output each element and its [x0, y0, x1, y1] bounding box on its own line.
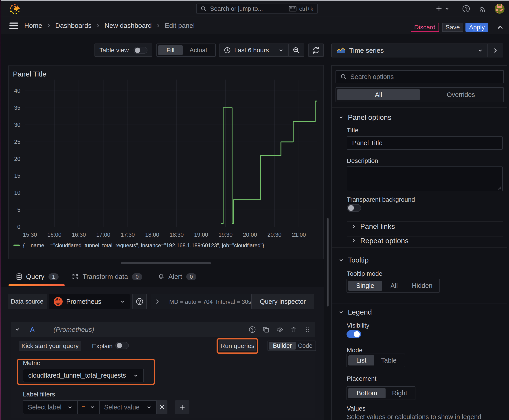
code-option[interactable]: Code [296, 342, 315, 350]
breadcrumb-item-dashboards[interactable]: Dashboards [55, 22, 91, 29]
builder-option[interactable]: Builder [269, 342, 296, 350]
legend-placement-right[interactable]: Right [386, 388, 414, 398]
select-label-dropdown[interactable]: Select label [23, 400, 78, 414]
panel-links-header[interactable]: Panel links [351, 220, 395, 233]
section-divider [332, 248, 507, 248]
breadcrumb: Home Dashboards New dashboard Edit panel [24, 17, 195, 34]
save-button[interactable]: Save [442, 23, 463, 32]
active-tab-underline [8, 284, 65, 286]
legend-mode-label: Mode [347, 347, 363, 354]
database-icon [16, 273, 22, 280]
metric-label: Metric [23, 360, 40, 367]
filter-all-option[interactable]: All [337, 89, 420, 100]
search-icon [201, 6, 206, 12]
discard-button[interactable]: Discard [411, 23, 439, 32]
duplicate-query-icon[interactable] [263, 326, 269, 333]
query-ref-id[interactable]: A [30, 326, 35, 333]
run-queries-button[interactable]: Run queries [219, 340, 256, 351]
metric-select[interactable]: cloudflared_tunnel_total_requests [23, 369, 144, 382]
operator-dropdown[interactable]: = [78, 400, 100, 414]
transparent-bg-switch[interactable] [347, 204, 361, 212]
tooltip-mode-label: Tooltip mode [347, 270, 382, 277]
transparent-bg-label: Transparent background [347, 196, 415, 203]
tab-query[interactable]: Query 1 [16, 270, 59, 284]
panel-description-textarea[interactable] [347, 166, 503, 191]
table-view-switch[interactable] [134, 47, 147, 54]
legend-header[interactable]: Legend [338, 308, 372, 316]
breadcrumb-item-home[interactable]: Home [24, 22, 42, 29]
timeseries-chart[interactable]: 051015202530354015:3016:0016:3017:0017:3… [9, 66, 323, 259]
x-axis-tick-label: 16:30 [72, 232, 86, 238]
chevron-down-icon [478, 48, 483, 53]
operator-value: = [82, 404, 90, 411]
tab-alert[interactable]: Alert 0 [158, 270, 196, 284]
add-filter-button[interactable] [175, 400, 190, 414]
editor-scrollbar-thumb[interactable] [327, 218, 328, 307]
tooltip-header[interactable]: Tooltip [338, 256, 369, 264]
breadcrumb-item-new-dashboard[interactable]: New dashboard [105, 22, 152, 29]
toggle-visibility-icon[interactable] [276, 326, 284, 333]
apply-button[interactable]: Apply [465, 23, 488, 32]
textarea-resize-handle[interactable] [498, 186, 501, 190]
drag-handle-icon[interactable] [304, 326, 310, 333]
datasource-help-button[interactable] [132, 294, 147, 309]
options-search-box[interactable]: Search options [335, 70, 504, 83]
legend-series-label[interactable]: {__name__="cloudflared_tunnel_total_requ… [23, 242, 264, 249]
query-row-header[interactable]: A (Prometheus) [11, 322, 315, 337]
global-search-placeholder: Search or jump to... [210, 5, 289, 12]
legend-mode-table[interactable]: Table [374, 355, 403, 366]
fill-option[interactable]: Fill [158, 45, 183, 55]
x-axis-tick-label: 20:30 [267, 232, 282, 238]
time-range-button[interactable]: Last 6 hours [220, 44, 288, 56]
legend-values-hint: Select values or calculations to show in… [347, 413, 481, 420]
explain-switch[interactable] [115, 342, 129, 349]
chevron-down-icon [445, 6, 449, 11]
collapse-query-chevron-icon[interactable] [14, 327, 20, 332]
datasource-picker[interactable]: Prometheus [49, 294, 130, 309]
kickstart-query-button[interactable]: Kick start your query [19, 341, 81, 351]
add-new-button[interactable] [435, 4, 450, 14]
remove-filter-button[interactable] [157, 400, 167, 414]
user-avatar[interactable] [495, 4, 504, 14]
expand-options-chevron-icon[interactable] [154, 299, 160, 304]
legend-mode-list[interactable]: List [348, 355, 374, 366]
legend-series-swatch[interactable] [14, 245, 20, 246]
legend-placement-bottom[interactable]: Bottom [348, 388, 386, 398]
refresh-button[interactable] [308, 44, 324, 57]
grafana-logo[interactable] [9, 3, 21, 15]
collapse-header-button[interactable] [495, 23, 505, 31]
search-icon [341, 74, 347, 80]
visualization-select[interactable]: Time series [332, 44, 487, 57]
query-help-icon[interactable] [249, 326, 256, 333]
query-inspector-button[interactable]: Query inspector [251, 294, 314, 309]
repeat-options-header[interactable]: Repeat options [351, 234, 409, 248]
title-field-label: Title [347, 127, 358, 134]
legend-visibility-switch[interactable] [347, 330, 361, 338]
builder-code-toggle: Builder Code [267, 341, 316, 351]
close-icon [159, 404, 165, 410]
help-button[interactable] [462, 5, 471, 13]
filter-overrides-option[interactable]: Overrides [420, 89, 502, 100]
select-value-dropdown[interactable]: Select value [100, 400, 157, 414]
query-stats-interval: Interval = 30s [216, 298, 251, 305]
menu-toggle-button[interactable] [8, 22, 19, 30]
news-rss-button[interactable] [479, 5, 487, 13]
panel-options-header[interactable]: Panel options [338, 113, 391, 122]
actual-option[interactable]: Actual [183, 45, 214, 55]
tooltip-mode-hidden[interactable]: Hidden [406, 281, 438, 291]
panel-resize-handle[interactable] [121, 262, 211, 264]
tooltip-mode-single[interactable]: Single [348, 281, 382, 291]
datasource-row: Data source Prometheus MD = auto = 704 I… [8, 294, 318, 309]
tooltip-mode-all[interactable]: All [382, 281, 406, 291]
description-field-label: Description [347, 157, 378, 165]
delete-query-icon[interactable] [290, 326, 297, 333]
panel-title-input[interactable]: Panel Title [347, 136, 503, 150]
x-axis-tick-label: 16:00 [47, 232, 61, 238]
tab-transform[interactable]: Transform data 0 [72, 270, 142, 284]
legend-title: Legend [348, 308, 372, 316]
toggle-options-pane-button[interactable] [488, 44, 503, 57]
global-search-box[interactable]: Search or jump to... ctrl+k [196, 4, 318, 14]
x-axis-tick-label: 18:30 [170, 232, 184, 238]
zoom-out-time-button[interactable] [289, 44, 304, 56]
legend-placement-label: Placement [347, 375, 376, 382]
